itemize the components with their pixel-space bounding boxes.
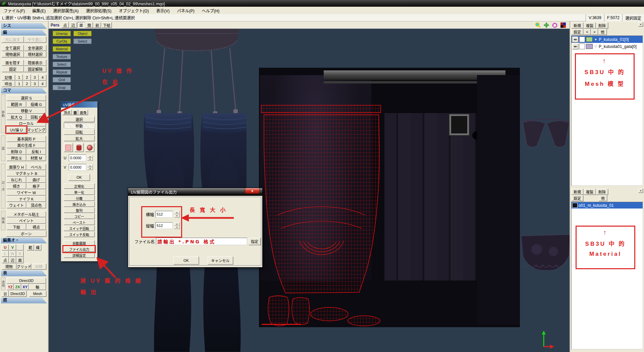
range-tool-button[interactable]: 範囲 R <box>7 101 26 107</box>
renderer2-button[interactable]: Direct3D <box>9 291 26 297</box>
perspective-label[interactable]: Pers <box>51 23 59 27</box>
uv-blank-toggle[interactable] <box>16 244 23 250</box>
material-name[interactable]: o01_m_kutusita_01 <box>579 203 614 208</box>
uv-copy-button[interactable]: コピー <box>64 214 95 219</box>
uv-tab-face[interactable]: 面 <box>72 110 78 115</box>
view-yz-button[interactable]: YZ <box>7 284 14 290</box>
uv-u-input[interactable]: 0.0000 <box>69 155 86 161</box>
uv-cylinder-map-button[interactable] <box>74 143 84 152</box>
uv-unify-button[interactable]: 単一化 <box>64 189 95 195</box>
edge-mode-toggle[interactable]: 辺 <box>9 257 16 263</box>
point-mode-toggle[interactable]: 点 <box>2 257 9 263</box>
uv-align-button[interactable]: 整列 <box>64 208 95 213</box>
recall-slot-button[interactable]: 2 <box>23 81 31 87</box>
hide-face-button[interactable]: 面を隠す <box>2 60 24 66</box>
panel-header-system[interactable]: シス <box>1 23 47 29</box>
material-panel-close-icon[interactable]: × <box>638 188 643 193</box>
memory-slot-button[interactable]: 3 <box>31 74 39 80</box>
move-tool-button[interactable]: 移動 V <box>7 108 46 114</box>
menu-panel[interactable]: パネル(P) <box>173 8 198 13</box>
object-prev-button[interactable]: < <box>584 29 591 35</box>
menu-selection-proc[interactable]: 選択部処理(S) <box>82 8 115 13</box>
redo-button[interactable]: やり直し <box>24 37 46 43</box>
viewpoint-button[interactable]: 視点 <box>26 224 46 230</box>
delete-button[interactable]: 削除 D <box>7 149 26 155</box>
mapping-tool-button[interactable]: マッピング <box>26 127 46 133</box>
recall-slot-button[interactable]: 1 <box>15 81 23 87</box>
memory-slot-button[interactable]: 2 <box>23 74 31 80</box>
object-name[interactable]: P_kutusita_01[0] <box>599 37 629 42</box>
uv-detail-settings-button[interactable]: 詳細設定 <box>64 252 95 258</box>
uv-select-button[interactable]: 選択 <box>64 116 95 122</box>
visibility-eye-icon[interactable] <box>572 44 578 49</box>
undo-button[interactable]: 元に戻す <box>2 37 24 43</box>
recall-slot-button[interactable]: 3 <box>31 81 39 87</box>
uv-panel-title[interactable]: UV操作 <box>61 102 97 108</box>
command-category-face[interactable]: 面 <box>1 135 5 161</box>
rotate-tool-button[interactable]: 回転 C <box>26 114 46 120</box>
local-tool-button[interactable]: ローカル <box>7 120 46 126</box>
uv-ok-button[interactable]: OK <box>68 174 90 181</box>
command-category-edge-point[interactable]: 辺・点 <box>1 164 5 209</box>
lasso-tool-button[interactable]: 投縄 G <box>26 101 46 107</box>
front-view-button[interactable]: 前 <box>94 22 101 28</box>
expander-icon[interactable]: ▽ <box>594 45 598 48</box>
invert-button[interactable]: 反転 I <box>26 149 46 155</box>
dialog-close-icon[interactable]: x <box>245 188 260 194</box>
range-mode-toggle[interactable]: 範 <box>27 244 34 250</box>
object-settings-button[interactable]: 設定 <box>571 29 583 35</box>
material-delete-button[interactable]: 削除 <box>596 189 608 195</box>
axis-toggle-button[interactable]: 軸 <box>29 284 46 290</box>
expander-icon[interactable]: ▼ <box>594 38 598 41</box>
knife-button[interactable]: ナイフ K <box>7 196 46 202</box>
uv-plane-map-button[interactable] <box>64 143 73 152</box>
3d-viewport[interactable]: Unwrap Object CurObj Select Material Tex… <box>49 29 570 352</box>
primitive-button[interactable]: 基本図形 P <box>7 136 46 142</box>
object-checkbox[interactable] <box>579 37 585 42</box>
select-all-button[interactable]: 全て選択 <box>2 45 24 51</box>
show-edges-button[interactable]: 辺 <box>69 22 77 28</box>
material-assign-button[interactable]: 材質 M <box>26 155 46 161</box>
zoom-icon[interactable] <box>535 22 541 28</box>
uv-switch-rotate-button[interactable]: スイッチ回転 <box>64 226 95 231</box>
object-list-item[interactable]: ▽ P_kutusita01_gata[0] <box>572 43 643 50</box>
object-other-button[interactable]: 他 <box>598 29 607 35</box>
menu-edit[interactable]: 編集(E) <box>29 8 49 13</box>
view-zx-button[interactable]: ZX <box>14 284 21 290</box>
paint-button[interactable]: ペイント <box>7 218 46 224</box>
lock-button[interactable]: 固定 <box>2 66 24 72</box>
weight-button[interactable]: ウェイト <box>7 202 26 208</box>
uv-bake-button[interactable]: 焼き込み <box>64 201 95 207</box>
underlay-button[interactable]: 下絵 <box>7 224 26 230</box>
command-category-special[interactable]: 特殊 <box>1 211 5 230</box>
panel-header-view[interactable]: 表 <box>1 271 47 276</box>
face-mode-toggle[interactable]: 面 <box>16 257 23 263</box>
renderer-button[interactable]: Direct3D <box>7 278 46 284</box>
material-list-item[interactable]: o01_m_kutusita_01 <box>572 202 643 209</box>
object-delete-button[interactable]: 削除 <box>596 22 608 28</box>
object-mode-button[interactable]: Object <box>73 31 92 36</box>
uv-normalize-button[interactable]: 正規化 <box>64 183 95 189</box>
panel-header-lighting[interactable]: 照 <box>1 298 47 303</box>
material-duplicate-button[interactable]: 複製 <box>584 189 596 195</box>
scale-tool-button[interactable]: 拡大 Q <box>7 114 26 120</box>
pattern-toggle-button[interactable]: ||| <box>2 291 9 297</box>
texture-mode-button[interactable]: Texture <box>53 54 71 59</box>
material-settings-button[interactable]: 設定 <box>571 195 583 201</box>
unwrap-mode-button[interactable]: Unwrap <box>53 31 71 36</box>
uv-v-toggle[interactable]: V <box>9 244 16 250</box>
uv-move-button[interactable]: 移動 <box>64 123 95 128</box>
select-mode-button[interactable]: Select <box>53 62 71 67</box>
uv-auto-unwrap-button[interactable]: 自動展開 <box>64 240 95 246</box>
memory-slot-button[interactable]: 1 <box>15 74 23 80</box>
uv-switch-flip-button[interactable]: スイッチ反転 <box>64 232 95 237</box>
object-panel-close-icon[interactable]: × <box>638 22 643 26</box>
pan-icon[interactable] <box>543 22 549 28</box>
menu-object[interactable]: オブジェクト(O) <box>115 8 152 13</box>
uv-sphere-map-button[interactable] <box>85 143 94 152</box>
dialog-title-bar[interactable]: UV展開図のファイル出力 x <box>128 188 262 196</box>
uv-tab-vertex[interactable]: 頂点 <box>62 110 72 115</box>
metaball-button[interactable]: メタボール粘土 <box>7 211 46 217</box>
menu-help[interactable]: ヘルプ(H) <box>198 8 223 13</box>
uv-file-export-button[interactable]: ファイル出力 <box>64 246 95 252</box>
